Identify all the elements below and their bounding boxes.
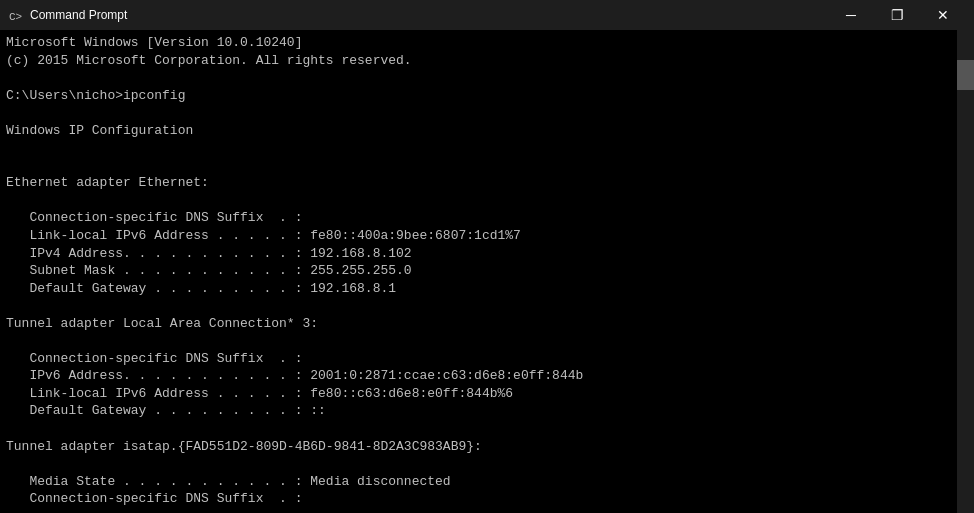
scrollbar-thumb[interactable] (957, 60, 974, 90)
window-title: Command Prompt (30, 8, 828, 22)
restore-button[interactable]: ❐ (874, 0, 920, 30)
minimize-button[interactable]: ─ (828, 0, 874, 30)
cmd-window: C> Command Prompt ─ ❐ ✕ Microsoft Window… (0, 0, 974, 513)
scrollbar-track (957, 30, 974, 513)
svg-text:C>: C> (9, 11, 22, 23)
window-controls: ─ ❐ ✕ (828, 0, 966, 30)
title-bar: C> Command Prompt ─ ❐ ✕ (0, 0, 974, 30)
cmd-icon: C> (8, 7, 24, 23)
close-button[interactable]: ✕ (920, 0, 966, 30)
console-output[interactable]: Microsoft Windows [Version 10.0.10240] (… (0, 30, 974, 513)
